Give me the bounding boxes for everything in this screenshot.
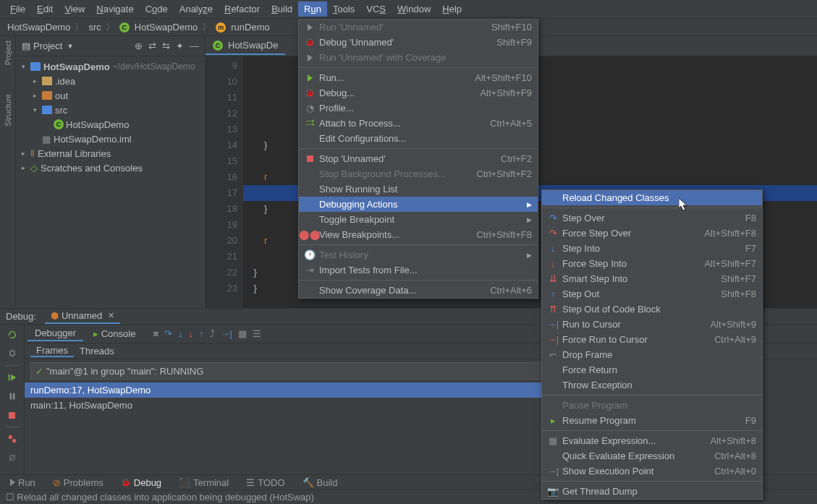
menu-item[interactable]: ⤺Drop Frame: [542, 347, 762, 362]
drop-frame-icon[interactable]: ⤴: [210, 328, 215, 339]
menu-item[interactable]: Edit Configurations...: [299, 131, 538, 146]
editor-tab[interactable]: CHotSwapDe: [206, 37, 285, 55]
menu-item[interactable]: Reload Changed Classes: [542, 190, 762, 205]
dropdown-icon[interactable]: ▼: [67, 43, 73, 50]
menu-item[interactable]: ⇈Step Out of Code Block: [542, 302, 762, 317]
project-tree[interactable]: ▾HotSwapDemo~/dev/HotSwapDemo ▸.idea ▸ou…: [16, 56, 205, 178]
menu-item[interactable]: →|Force Run to CursorCtrl+Alt+9: [542, 332, 762, 347]
menu-item[interactable]: Show Coverage Data...Ctrl+Alt+6: [299, 283, 538, 298]
menu-file[interactable]: File: [4, 1, 31, 17]
debug-toolwindow-tab[interactable]: 🐞Debug: [117, 476, 166, 490]
menu-item[interactable]: Run...Alt+Shift+F10: [299, 70, 538, 85]
tree-folder-src[interactable]: src: [55, 105, 67, 116]
todo-toolwindow-tab[interactable]: ☰TODO: [242, 476, 289, 490]
menu-item[interactable]: Debugging Actions▶: [299, 197, 538, 212]
menu-item[interactable]: ⇊Smart Step IntoShift+F7: [542, 271, 762, 286]
breadcrumb-class[interactable]: HotSwapDemo: [135, 22, 198, 33]
trace-icon[interactable]: ☰: [253, 328, 261, 339]
menu-edit[interactable]: Edit: [31, 1, 59, 17]
menu-item[interactable]: Force Return: [542, 362, 762, 377]
menu-item[interactable]: 🐞Debug 'Unnamed'Shift+F9: [299, 35, 538, 50]
menu-vcs[interactable]: VCS: [360, 1, 391, 17]
menu-item[interactable]: Show Running List: [299, 181, 538, 197]
menu-window[interactable]: Window: [391, 1, 436, 17]
step-toolbar-icon[interactable]: ≡: [153, 328, 158, 339]
stop-button[interactable]: [5, 408, 20, 422]
menu-item[interactable]: 📷Get Thread Dump: [542, 484, 762, 499]
evaluate-icon[interactable]: ▦: [238, 328, 247, 339]
view-breakpoints-button[interactable]: [5, 432, 20, 446]
project-root[interactable]: HotSwapDemo: [43, 61, 110, 72]
project-panel-title[interactable]: Project: [33, 40, 62, 51]
menu-code[interactable]: Code: [140, 1, 174, 17]
menu-item[interactable]: Throw Exception: [542, 377, 762, 393]
breadcrumb-project[interactable]: HotSwapDemo: [7, 22, 70, 33]
resume-button[interactable]: [5, 370, 20, 385]
menu-run[interactable]: Run: [298, 1, 327, 17]
menu-item[interactable]: ◔Profile...: [299, 101, 538, 116]
menu-item[interactable]: ↷Force Step OverAlt+Shift+F8: [542, 226, 762, 241]
tree-iml-file[interactable]: HotSwapDemo.iml: [54, 134, 132, 145]
menu-analyze[interactable]: Analyze: [174, 1, 219, 17]
menu-item[interactable]: ⇥Import Tests from File...: [299, 262, 538, 278]
run-toolwindow-tab[interactable]: Run: [6, 476, 40, 490]
run-to-cursor-icon[interactable]: →|: [221, 328, 232, 339]
menu-item[interactable]: ↓Step IntoF7: [542, 241, 762, 256]
frames-tab[interactable]: Frames: [30, 345, 74, 357]
close-icon[interactable]: ✕: [108, 311, 114, 320]
menu-item[interactable]: ▸Resume ProgramF9: [542, 413, 762, 428]
tree-folder-out[interactable]: out: [55, 90, 68, 101]
modify-run-config-button[interactable]: [5, 346, 20, 361]
tree-class-file[interactable]: HotSwapDemo: [66, 119, 129, 130]
tree-folder-idea[interactable]: .idea: [55, 76, 75, 87]
menu-item[interactable]: →|Run to CursorAlt+Shift+9: [542, 317, 762, 332]
stack-frame[interactable]: runDemo:17, HotSwapDemo: [25, 383, 614, 398]
breadcrumb-folder[interactable]: src: [88, 22, 101, 33]
hide-icon[interactable]: —: [190, 40, 199, 51]
settings-icon[interactable]: ✦: [176, 40, 184, 51]
debug-session-tab[interactable]: ⬢ Unnamed ✕: [45, 309, 120, 324]
project-toolwindow-tab[interactable]: Project: [4, 40, 12, 65]
menu-item[interactable]: Stop 'Unnamed'Ctrl+F2: [299, 151, 538, 166]
step-into-icon[interactable]: ↓: [178, 328, 183, 339]
menu-item[interactable]: ⬤⬤View Breakpoints...Ctrl+Shift+F8: [299, 227, 538, 242]
debugger-tab[interactable]: Debugger: [27, 326, 83, 341]
menu-tools[interactable]: Tools: [327, 1, 360, 17]
menu-item[interactable]: →|Show Execution PointCtrl+Alt+0: [542, 464, 762, 479]
rerun-button[interactable]: [5, 328, 20, 342]
build-toolwindow-tab[interactable]: 🔨Build: [298, 476, 342, 490]
menu-item[interactable]: ⮆Attach to Process...Ctrl+Alt+5: [299, 116, 538, 131]
stack-frame[interactable]: main:11, HotSwapDemo: [25, 398, 614, 413]
menu-item[interactable]: ↓Force Step IntoAlt+Shift+F7: [542, 256, 762, 271]
menu-item[interactable]: Toggle Breakpoint▶: [299, 212, 538, 227]
structure-toolwindow-tab[interactable]: Structure: [4, 94, 12, 127]
menu-navigate[interactable]: Navigate: [90, 1, 139, 17]
collapse-all-icon[interactable]: ⇆: [162, 40, 170, 51]
menu-item[interactable]: Quick Evaluate ExpressionCtrl+Alt+8: [542, 448, 762, 464]
pause-button[interactable]: [5, 389, 20, 403]
terminal-toolwindow-tab[interactable]: ⬛Terminal: [174, 476, 233, 490]
mute-breakpoints-button[interactable]: [5, 450, 20, 465]
step-over-icon[interactable]: ↷: [164, 328, 172, 339]
call-stack[interactable]: runDemo:17, HotSwapDemomain:11, HotSwapD…: [25, 383, 614, 474]
menu-item[interactable]: ↑Step OutShift+F8: [542, 286, 762, 302]
problems-toolwindow-tab[interactable]: ⊘Problems: [48, 476, 108, 490]
select-opened-file-icon[interactable]: ⊕: [135, 40, 143, 51]
menu-refactor[interactable]: Refactor: [219, 1, 266, 17]
console-tab[interactable]: ▸ Console: [86, 327, 143, 341]
force-step-into-icon[interactable]: ↓: [189, 328, 194, 339]
threads-tab[interactable]: Threads: [74, 346, 120, 356]
step-out-icon[interactable]: ↑: [199, 328, 204, 339]
bps-icon: ⬤⬤: [303, 229, 316, 240]
expand-all-icon[interactable]: ⇄: [148, 40, 156, 51]
menu-help[interactable]: Help: [436, 1, 467, 17]
breadcrumb-method[interactable]: runDemo: [231, 22, 269, 33]
menu-item[interactable]: ↷Step OverF8: [542, 210, 762, 226]
menu-item[interactable]: ▦Evaluate Expression...Alt+Shift+8: [542, 433, 762, 448]
menu-build[interactable]: Build: [266, 1, 298, 17]
thread-selector[interactable]: ✓"main"@1 in group "main": RUNNING▼: [30, 362, 609, 380]
tree-scratches[interactable]: Scratches and Consoles: [41, 163, 143, 174]
tree-external-libs[interactable]: External Libraries: [38, 148, 111, 159]
menu-item[interactable]: 🐞Debug...Alt+Shift+F9: [299, 85, 538, 101]
menu-view[interactable]: View: [59, 1, 90, 17]
